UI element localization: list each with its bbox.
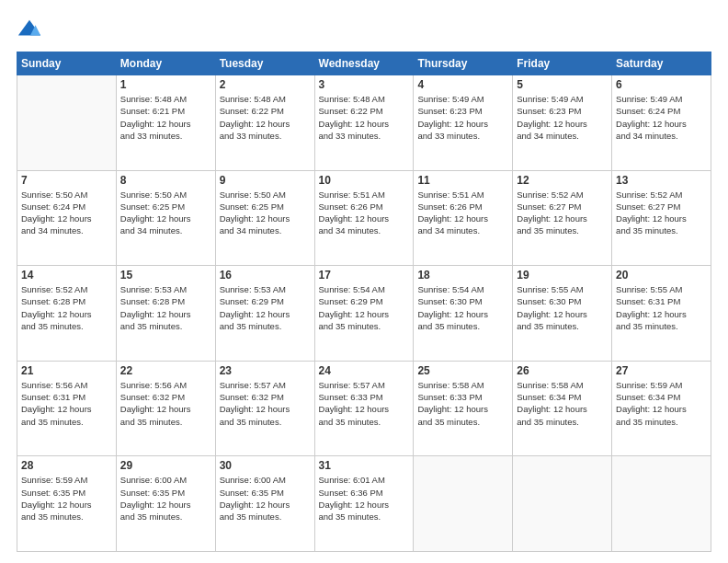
day-info: Sunrise: 5:52 AMSunset: 6:27 PMDaylight:… xyxy=(517,189,608,237)
calendar-cell: 22Sunrise: 5:56 AMSunset: 6:32 PMDayligh… xyxy=(116,361,215,456)
calendar-cell: 23Sunrise: 5:57 AMSunset: 6:32 PMDayligh… xyxy=(215,361,314,456)
calendar-header-friday: Friday xyxy=(513,52,612,75)
logo-icon xyxy=(17,17,42,42)
day-number: 2 xyxy=(220,78,311,91)
calendar-week-2: 7Sunrise: 5:50 AMSunset: 6:24 PMDaylight… xyxy=(17,170,711,266)
calendar-week-3: 14Sunrise: 5:52 AMSunset: 6:28 PMDayligh… xyxy=(17,266,711,362)
day-number: 17 xyxy=(319,269,410,282)
calendar-cell: 7Sunrise: 5:50 AMSunset: 6:24 PMDaylight… xyxy=(17,170,117,266)
calendar-table: SundayMondayTuesdayWednesdayThursdayFrid… xyxy=(17,52,711,552)
calendar-cell: 10Sunrise: 5:51 AMSunset: 6:26 PMDayligh… xyxy=(314,170,414,266)
calendar-cell: 16Sunrise: 5:53 AMSunset: 6:29 PMDayligh… xyxy=(215,266,314,362)
day-info: Sunrise: 5:57 AMSunset: 6:32 PMDaylight:… xyxy=(220,379,311,428)
calendar-cell: 1Sunrise: 5:48 AMSunset: 6:21 PMDaylight… xyxy=(116,75,215,171)
calendar-week-4: 21Sunrise: 5:56 AMSunset: 6:31 PMDayligh… xyxy=(17,361,711,456)
day-number: 8 xyxy=(120,174,211,187)
calendar-cell: 4Sunrise: 5:49 AMSunset: 6:23 PMDaylight… xyxy=(414,75,513,171)
calendar-cell: 30Sunrise: 6:00 AMSunset: 6:35 PMDayligh… xyxy=(215,456,314,552)
calendar-cell: 21Sunrise: 5:56 AMSunset: 6:31 PMDayligh… xyxy=(17,361,117,456)
day-info: Sunrise: 6:00 AMSunset: 6:35 PMDaylight:… xyxy=(220,474,311,523)
day-info: Sunrise: 5:55 AMSunset: 6:31 PMDaylight:… xyxy=(616,283,707,332)
day-number: 6 xyxy=(616,78,707,91)
day-number: 30 xyxy=(220,459,311,472)
day-info: Sunrise: 5:56 AMSunset: 6:31 PMDaylight:… xyxy=(21,379,112,428)
calendar-cell: 29Sunrise: 6:00 AMSunset: 6:35 PMDayligh… xyxy=(116,456,215,552)
day-number: 24 xyxy=(319,364,410,377)
calendar-cell: 18Sunrise: 5:54 AMSunset: 6:30 PMDayligh… xyxy=(414,266,513,362)
day-info: Sunrise: 5:51 AMSunset: 6:26 PMDaylight:… xyxy=(319,189,410,237)
logo xyxy=(17,17,46,42)
calendar-cell: 5Sunrise: 5:49 AMSunset: 6:23 PMDaylight… xyxy=(513,75,612,171)
calendar-header-thursday: Thursday xyxy=(414,52,513,75)
day-number: 19 xyxy=(517,269,608,282)
day-info: Sunrise: 5:48 AMSunset: 6:22 PMDaylight:… xyxy=(319,93,410,142)
day-info: Sunrise: 5:58 AMSunset: 6:34 PMDaylight:… xyxy=(517,379,608,428)
calendar-header-tuesday: Tuesday xyxy=(215,52,314,75)
day-info: Sunrise: 5:50 AMSunset: 6:25 PMDaylight:… xyxy=(220,189,311,237)
day-info: Sunrise: 5:58 AMSunset: 6:33 PMDaylight:… xyxy=(417,379,508,428)
calendar-header-sunday: Sunday xyxy=(17,52,117,75)
page: SundayMondayTuesdayWednesdayThursdayFrid… xyxy=(0,0,728,563)
day-number: 29 xyxy=(120,459,211,472)
calendar-cell: 19Sunrise: 5:55 AMSunset: 6:30 PMDayligh… xyxy=(513,266,612,362)
day-number: 16 xyxy=(220,269,311,282)
calendar-cell: 12Sunrise: 5:52 AMSunset: 6:27 PMDayligh… xyxy=(513,170,612,266)
day-info: Sunrise: 5:49 AMSunset: 6:23 PMDaylight:… xyxy=(417,93,508,142)
day-info: Sunrise: 5:59 AMSunset: 6:35 PMDaylight:… xyxy=(21,474,112,523)
day-number: 28 xyxy=(21,459,112,472)
calendar-header-monday: Monday xyxy=(116,52,215,75)
day-info: Sunrise: 5:49 AMSunset: 6:23 PMDaylight:… xyxy=(517,93,608,142)
calendar-cell xyxy=(414,456,513,552)
day-info: Sunrise: 5:50 AMSunset: 6:24 PMDaylight:… xyxy=(21,189,112,237)
calendar-cell: 26Sunrise: 5:58 AMSunset: 6:34 PMDayligh… xyxy=(513,361,612,456)
day-number: 26 xyxy=(517,364,608,377)
calendar-cell: 6Sunrise: 5:49 AMSunset: 6:24 PMDaylight… xyxy=(612,75,711,171)
day-info: Sunrise: 5:59 AMSunset: 6:34 PMDaylight:… xyxy=(616,379,707,428)
calendar-cell: 3Sunrise: 5:48 AMSunset: 6:22 PMDaylight… xyxy=(314,75,414,171)
day-number: 12 xyxy=(517,174,608,187)
day-number: 22 xyxy=(120,364,211,377)
calendar-cell: 25Sunrise: 5:58 AMSunset: 6:33 PMDayligh… xyxy=(414,361,513,456)
calendar-cell: 27Sunrise: 5:59 AMSunset: 6:34 PMDayligh… xyxy=(612,361,711,456)
calendar-header-saturday: Saturday xyxy=(612,52,711,75)
day-info: Sunrise: 5:56 AMSunset: 6:32 PMDaylight:… xyxy=(120,379,211,428)
calendar-cell: 28Sunrise: 5:59 AMSunset: 6:35 PMDayligh… xyxy=(17,456,117,552)
calendar-week-1: 1Sunrise: 5:48 AMSunset: 6:21 PMDaylight… xyxy=(17,75,711,171)
day-number: 23 xyxy=(220,364,311,377)
calendar-cell: 17Sunrise: 5:54 AMSunset: 6:29 PMDayligh… xyxy=(314,266,414,362)
calendar-cell: 24Sunrise: 5:57 AMSunset: 6:33 PMDayligh… xyxy=(314,361,414,456)
calendar-week-5: 28Sunrise: 5:59 AMSunset: 6:35 PMDayligh… xyxy=(17,456,711,552)
calendar-cell: 15Sunrise: 5:53 AMSunset: 6:28 PMDayligh… xyxy=(116,266,215,362)
calendar-cell: 14Sunrise: 5:52 AMSunset: 6:28 PMDayligh… xyxy=(17,266,117,362)
day-number: 21 xyxy=(21,364,112,377)
day-number: 25 xyxy=(417,364,508,377)
day-number: 20 xyxy=(616,269,707,282)
calendar-cell: 20Sunrise: 5:55 AMSunset: 6:31 PMDayligh… xyxy=(612,266,711,362)
day-number: 10 xyxy=(319,174,410,187)
day-info: Sunrise: 5:55 AMSunset: 6:30 PMDaylight:… xyxy=(517,283,608,332)
calendar-cell xyxy=(513,456,612,552)
calendar-cell xyxy=(612,456,711,552)
day-info: Sunrise: 5:53 AMSunset: 6:29 PMDaylight:… xyxy=(220,283,311,332)
day-number: 13 xyxy=(616,174,707,187)
day-info: Sunrise: 5:54 AMSunset: 6:30 PMDaylight:… xyxy=(417,283,508,332)
day-info: Sunrise: 5:54 AMSunset: 6:29 PMDaylight:… xyxy=(319,283,410,332)
calendar-cell: 9Sunrise: 5:50 AMSunset: 6:25 PMDaylight… xyxy=(215,170,314,266)
day-number: 7 xyxy=(21,174,112,187)
calendar-cell: 13Sunrise: 5:52 AMSunset: 6:27 PMDayligh… xyxy=(612,170,711,266)
day-number: 4 xyxy=(417,78,508,91)
day-info: Sunrise: 5:48 AMSunset: 6:21 PMDaylight:… xyxy=(120,93,211,142)
day-number: 15 xyxy=(120,269,211,282)
day-info: Sunrise: 5:51 AMSunset: 6:26 PMDaylight:… xyxy=(417,189,508,237)
day-info: Sunrise: 5:53 AMSunset: 6:28 PMDaylight:… xyxy=(120,283,211,332)
calendar-cell: 8Sunrise: 5:50 AMSunset: 6:25 PMDaylight… xyxy=(116,170,215,266)
calendar-cell: 2Sunrise: 5:48 AMSunset: 6:22 PMDaylight… xyxy=(215,75,314,171)
day-info: Sunrise: 5:52 AMSunset: 6:28 PMDaylight:… xyxy=(21,283,112,332)
day-number: 27 xyxy=(616,364,707,377)
day-number: 11 xyxy=(417,174,508,187)
day-number: 3 xyxy=(319,78,410,91)
day-info: Sunrise: 5:48 AMSunset: 6:22 PMDaylight:… xyxy=(220,93,311,142)
day-info: Sunrise: 6:00 AMSunset: 6:35 PMDaylight:… xyxy=(120,474,211,523)
day-number: 5 xyxy=(517,78,608,91)
calendar-cell xyxy=(17,75,117,171)
